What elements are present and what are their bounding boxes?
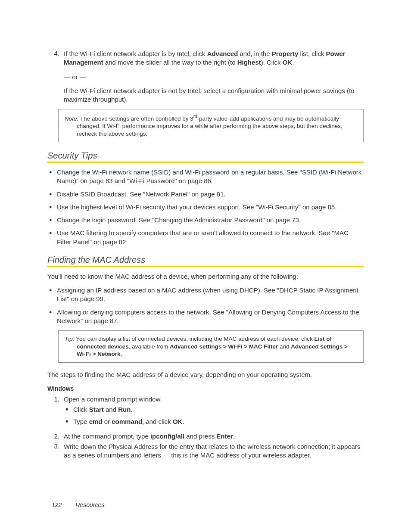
tip-box: Tip: You can display a list of connected… bbox=[58, 330, 364, 363]
step-body: At the command prompt, type ipconfig/all… bbox=[64, 432, 364, 440]
bold-network: Network bbox=[97, 351, 120, 357]
gt: > bbox=[91, 351, 97, 357]
gt: > bbox=[221, 343, 228, 350]
tip-text: You can display a list of connected devi… bbox=[76, 336, 314, 342]
list-item: Type cmd or command, and click OK. bbox=[73, 417, 364, 426]
bold-run: Run bbox=[118, 406, 131, 413]
gt: > bbox=[242, 343, 249, 350]
after-tip-para: The steps to finding the MAC address of … bbox=[47, 370, 364, 379]
mac-bullets: Assigning an IP address based on a MAC a… bbox=[47, 286, 364, 325]
win-step1-text: Open a command prompt window. bbox=[64, 395, 364, 403]
text: . bbox=[233, 432, 235, 440]
page-footer: 122 Resources bbox=[52, 501, 104, 508]
bold-advanced-settings: Advanced settings bbox=[170, 343, 221, 350]
list-item: Assigning an IP address based on a MAC a… bbox=[57, 286, 364, 304]
note-box: Note: The above settings are often contr… bbox=[58, 109, 364, 142]
bold-enter: Enter bbox=[216, 432, 233, 440]
bold-start: Start bbox=[89, 406, 104, 413]
text: and, in the bbox=[238, 50, 271, 57]
bold-wifi: Wi-Fi bbox=[77, 351, 91, 357]
step-4-part1: If the Wi-Fi client network adapter is b… bbox=[64, 50, 364, 67]
text: Click bbox=[73, 406, 89, 413]
text: If the Wi-Fi client network adapter is b… bbox=[64, 50, 207, 57]
text: ). Click bbox=[261, 59, 283, 66]
mac-intro: You'll need to know the MAC address of a… bbox=[47, 272, 364, 281]
tip-text: and bbox=[278, 343, 291, 350]
win-step1-sublist: Click Start and Run. Type cmd or command… bbox=[64, 405, 364, 426]
text: . bbox=[131, 406, 132, 413]
bold-cmd: cmd bbox=[89, 418, 103, 425]
finding-mac-heading: Finding the MAC Address bbox=[47, 255, 364, 265]
step-4-part2: If the Wi-Fi client network adapter is n… bbox=[64, 87, 364, 104]
step-body: If the Wi-Fi client network adapter is b… bbox=[64, 50, 364, 104]
bold-ok: OK bbox=[173, 418, 183, 425]
bold-ipconfig: ipconfig/all bbox=[150, 432, 184, 440]
section-rule bbox=[47, 162, 364, 163]
text: and bbox=[104, 406, 118, 413]
list-item: Allowing or denying computers access to … bbox=[57, 308, 364, 326]
note-label: Note: bbox=[65, 115, 80, 122]
step-body: Write down the Physical Address for the … bbox=[64, 442, 364, 460]
list-item: Use MAC filtering to specify computers t… bbox=[57, 229, 364, 246]
list-item: Change the Wi-Fi network name (SSID) and… bbox=[57, 168, 364, 186]
gt: > bbox=[342, 343, 348, 350]
text: list, click bbox=[298, 50, 326, 57]
bold-ok: OK bbox=[283, 59, 293, 66]
page-number: 122 bbox=[52, 501, 62, 508]
list-item: Change the login password. See "Changing… bbox=[57, 216, 364, 224]
text: Type bbox=[73, 418, 89, 425]
step-number: 3. bbox=[47, 442, 64, 460]
text: and move the slider all the way to the r… bbox=[103, 59, 237, 66]
step-number: 4. bbox=[47, 50, 64, 104]
step-number: 2. bbox=[47, 432, 64, 440]
bold-advanced: Advanced bbox=[207, 50, 238, 57]
windows-subhead: Windows bbox=[47, 385, 364, 392]
bold-property: Property bbox=[272, 50, 299, 57]
security-tips-heading: Security Tips bbox=[47, 151, 364, 161]
text: or bbox=[103, 418, 112, 425]
security-tips-list: Change the Wi-Fi network name (SSID) and… bbox=[47, 168, 364, 246]
bold-highest: Highest bbox=[237, 59, 261, 66]
bold-command: command bbox=[112, 418, 142, 425]
or-divider: — or — bbox=[64, 73, 364, 81]
text: . bbox=[182, 418, 184, 425]
win-step-1: 1. Open a command prompt window. Click S… bbox=[47, 395, 364, 430]
tip-text: . bbox=[121, 351, 122, 357]
step-number: 1. bbox=[47, 395, 64, 430]
section-rule bbox=[47, 266, 364, 267]
list-item: Use the highest level of Wi-Fi security … bbox=[57, 203, 364, 212]
bold-mac-filter: MAC Filter bbox=[249, 343, 278, 350]
step-4: 4. If the Wi-Fi client network adapter i… bbox=[47, 50, 364, 104]
footer-section: Resources bbox=[75, 501, 104, 508]
text: , and click bbox=[142, 418, 173, 425]
text: . bbox=[292, 59, 294, 66]
text: and press bbox=[184, 432, 216, 440]
bold-wifi: Wi-Fi bbox=[228, 343, 243, 350]
note-text: The above settings are often controlled … bbox=[80, 115, 193, 122]
win-step-3: 3. Write down the Physical Address for t… bbox=[47, 442, 364, 460]
superscript: rd bbox=[193, 114, 197, 119]
step-body: Open a command prompt window. Click Star… bbox=[64, 395, 364, 430]
list-item: Disable SSID Broadcast. See "Network Pan… bbox=[57, 190, 364, 199]
tip-text: , available from bbox=[129, 343, 170, 350]
text: At the command prompt, type bbox=[64, 432, 150, 440]
win-step-2: 2. At the command prompt, type ipconfig/… bbox=[47, 432, 364, 440]
page-content: 4. If the Wi-Fi client network adapter i… bbox=[0, 0, 411, 460]
list-item: Click Start and Run. bbox=[73, 405, 364, 414]
bold-advanced-settings: Advanced settings bbox=[291, 343, 342, 350]
tip-label: Tip: bbox=[65, 336, 76, 342]
